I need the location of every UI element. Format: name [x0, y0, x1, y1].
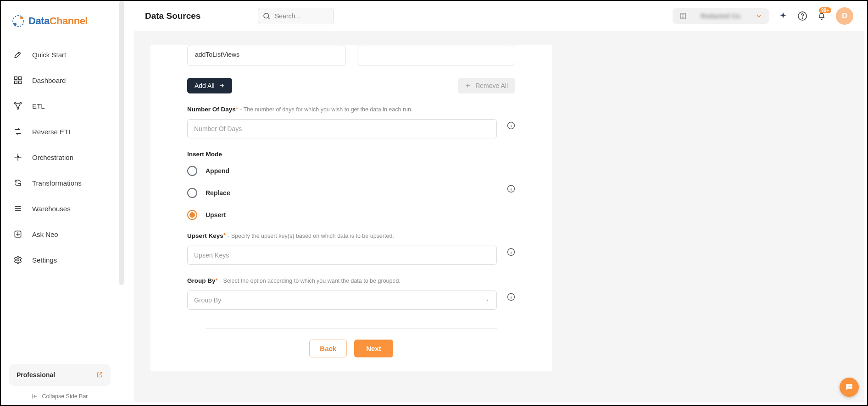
caret-down-icon: [484, 297, 490, 303]
svg-point-15: [17, 259, 19, 261]
svg-point-19: [802, 17, 802, 18]
chevron-down-icon: [755, 12, 762, 20]
group-by-hint: - Select the option according to which y…: [220, 278, 401, 284]
num-days-hint: - The number of days for which you wish …: [240, 106, 412, 113]
etl-icon: [13, 101, 23, 111]
collapse-sidebar-button[interactable]: Collapse Side Bar: [9, 393, 111, 400]
radio-replace[interactable]: Replace: [187, 188, 497, 198]
brand-logo[interactable]: DataChannel: [11, 14, 111, 28]
radio-label: Replace: [206, 189, 230, 197]
back-button[interactable]: Back: [309, 340, 347, 357]
sidebar-nav: Quick Start Dashboard ETL Reverse ETL Or…: [9, 43, 111, 364]
sidebar-item-label: Warehouses: [32, 205, 71, 213]
ask-neo-icon: [13, 229, 23, 239]
info-icon[interactable]: [507, 248, 515, 256]
radio-label: Append: [206, 167, 229, 175]
svg-point-9: [17, 108, 18, 109]
sidebar-item-dashboard[interactable]: Dashboard: [9, 69, 111, 92]
sidebar-item-quick-start[interactable]: Quick Start: [9, 43, 111, 66]
remove-all-button: Remove All: [458, 78, 515, 93]
notification-bell-icon[interactable]: 99+: [817, 11, 827, 21]
chat-fab-button[interactable]: [840, 378, 859, 397]
radio-circle-icon: [187, 210, 197, 220]
page-title: Data Sources: [145, 11, 200, 21]
radio-upsert[interactable]: Upsert: [187, 210, 497, 220]
rocket-icon: [13, 49, 23, 60]
sidebar-item-ask-neo[interactable]: Ask Neo: [9, 223, 111, 246]
sidebar-item-label: ETL: [32, 102, 45, 110]
logo-mark-icon: [11, 14, 26, 28]
reverse-etl-icon: [13, 126, 23, 137]
sidebar-item-label: Quick Start: [32, 51, 66, 59]
info-icon[interactable]: [507, 293, 515, 301]
upsert-keys-field: Upsert Keys* - Specify the upsert key(s)…: [150, 232, 552, 265]
svg-point-10: [17, 156, 18, 158]
svg-point-8: [20, 103, 21, 104]
svg-point-26: [851, 386, 851, 387]
brand-name: DataChannel: [28, 15, 88, 27]
svg-point-1: [20, 16, 23, 19]
search-icon: [262, 12, 271, 20]
add-all-label: Add All: [195, 82, 215, 89]
transformations-icon: [13, 178, 23, 188]
notification-badge: 99+: [819, 7, 831, 13]
account-name: Redacted Co.: [701, 12, 741, 20]
sidebar-item-label: Settings: [32, 256, 57, 264]
sparkle-icon[interactable]: [778, 11, 788, 21]
arrow-right-icon: [218, 82, 225, 89]
collapse-label: Collapse Side Bar: [42, 393, 88, 400]
info-icon[interactable]: [507, 121, 515, 130]
svg-point-16: [264, 13, 269, 18]
form-panel: addToListViews Add All Remove All Number…: [150, 45, 552, 371]
avatar[interactable]: D: [836, 7, 853, 25]
sidebar-item-label: Orchestration: [32, 154, 73, 161]
search-wrap: [258, 8, 334, 24]
svg-point-24: [848, 386, 849, 387]
plan-name: Professional: [17, 371, 55, 379]
sidebar-item-transformations[interactable]: Transformations: [9, 171, 111, 194]
radio-append[interactable]: Append: [187, 166, 497, 176]
action-row: Back Next: [150, 340, 552, 357]
sidebar: DataChannel Quick Start Dashboard ETL Re…: [1, 1, 119, 405]
next-button[interactable]: Next: [354, 340, 393, 357]
radio-circle-icon: [187, 166, 197, 176]
sidebar-item-settings[interactable]: Settings: [9, 248, 111, 271]
svg-rect-3: [15, 77, 17, 80]
account-switcher[interactable]: Redacted Co.: [673, 8, 769, 24]
sidebar-item-etl[interactable]: ETL: [9, 94, 111, 117]
add-all-button[interactable]: Add All: [187, 78, 232, 93]
help-icon[interactable]: [797, 11, 807, 21]
num-days-field: Number Of Days* - The number of days for…: [150, 105, 552, 138]
sidebar-item-orchestration[interactable]: Orchestration: [9, 146, 111, 169]
group-by-select[interactable]: Group By: [187, 291, 497, 310]
remove-all-label: Remove All: [475, 82, 508, 89]
group-by-field: Group By* - Select the option according …: [150, 277, 552, 310]
info-icon[interactable]: [507, 185, 515, 193]
column-item[interactable]: addToListViews: [195, 51, 239, 58]
building-icon: [679, 12, 687, 20]
arrow-left-icon: [465, 82, 472, 89]
upsert-keys-input[interactable]: [187, 246, 497, 265]
svg-rect-4: [19, 77, 22, 80]
collapse-icon: [32, 393, 38, 400]
sidebar-item-label: Dashboard: [32, 77, 66, 84]
svg-point-7: [15, 103, 16, 104]
insert-mode-radio-group: Append Replace Upsert: [187, 166, 497, 220]
sidebar-item-warehouses[interactable]: Warehouses: [9, 197, 111, 220]
gear-icon: [13, 255, 23, 265]
plan-box[interactable]: Professional: [9, 364, 111, 386]
available-columns-box[interactable]: addToListViews: [187, 45, 346, 66]
header-right: Redacted Co. 99+ D: [673, 7, 853, 25]
sidebar-item-label: Reverse ETL: [32, 128, 72, 136]
insert-mode-label: Insert Mode: [187, 151, 222, 158]
svg-rect-17: [681, 13, 686, 19]
orchestration-icon: [13, 152, 23, 162]
group-by-placeholder: Group By: [194, 296, 221, 304]
divider: [206, 328, 497, 329]
svg-point-25: [849, 386, 850, 387]
num-days-input[interactable]: [187, 119, 497, 138]
radio-circle-icon: [187, 188, 197, 198]
selected-columns-box[interactable]: [357, 45, 516, 66]
sidebar-item-reverse-etl[interactable]: Reverse ETL: [9, 120, 111, 143]
sidebar-scrollbar[interactable]: [119, 1, 124, 285]
